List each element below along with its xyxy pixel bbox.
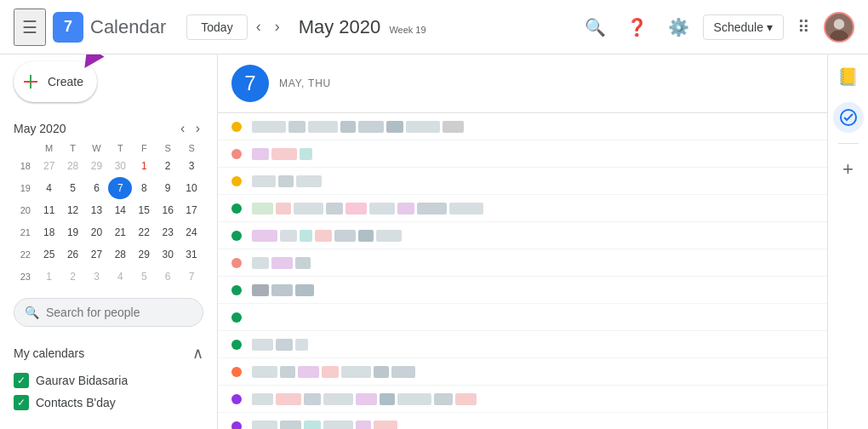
calendar-day-30[interactable]: 30 xyxy=(108,155,132,177)
mini-cal-prev-button[interactable]: ‹ xyxy=(177,119,188,138)
calendar-day-1[interactable]: 1 xyxy=(132,155,156,177)
calendar-day-9[interactable]: 9 xyxy=(156,177,180,199)
calendar-checkbox-gaurav[interactable]: ✓ xyxy=(14,373,29,388)
calendar-day-3[interactable]: 3 xyxy=(180,155,203,177)
help-button[interactable]: ❓ xyxy=(620,10,654,44)
calendar-day-25[interactable]: 25 xyxy=(37,243,61,266)
calendar-day-6[interactable]: 6 xyxy=(156,266,180,288)
today-button[interactable]: Today xyxy=(186,14,247,40)
user-avatar[interactable] xyxy=(824,12,854,43)
calendar-day-14[interactable]: 14 xyxy=(108,199,132,221)
calendar-day-21[interactable]: 21 xyxy=(108,221,132,243)
event-block xyxy=(376,230,402,242)
calendar-day-4[interactable]: 4 xyxy=(37,177,61,199)
event-block xyxy=(455,393,477,405)
mini-cal-next-button[interactable]: › xyxy=(192,119,203,138)
schedule-row[interactable] xyxy=(218,249,827,277)
calendar-day-27[interactable]: 27 xyxy=(37,155,61,177)
search-button[interactable]: 🔍 xyxy=(578,10,613,44)
settings-button[interactable]: ⚙️ xyxy=(661,10,696,44)
calendar-day-2[interactable]: 2 xyxy=(61,266,85,288)
schedule-row[interactable] xyxy=(218,113,827,140)
event-dot xyxy=(231,122,242,132)
apps-grid-button[interactable]: ⠿ xyxy=(791,10,817,44)
event-block xyxy=(434,393,453,405)
schedule-row[interactable] xyxy=(218,386,827,413)
event-block xyxy=(374,420,397,430)
calendar-day-22[interactable]: 22 xyxy=(132,221,156,243)
event-blocks xyxy=(252,148,814,160)
calendar-day-28[interactable]: 28 xyxy=(61,155,85,177)
schedule-row[interactable] xyxy=(218,304,827,331)
calendar-day-29[interactable]: 29 xyxy=(85,155,109,177)
event-block xyxy=(397,203,414,214)
view-selector-button[interactable]: Schedule ▾ xyxy=(703,14,784,40)
event-block xyxy=(356,420,371,430)
event-blocks xyxy=(252,284,814,296)
calendar-day-17[interactable]: 17 xyxy=(180,199,203,221)
next-period-button[interactable]: › xyxy=(270,13,285,41)
right-panel-add-button[interactable]: + xyxy=(833,154,864,185)
calendar-name-contacts: Contacts B'day xyxy=(36,396,116,409)
event-block xyxy=(298,366,319,378)
calendar-day-4[interactable]: 4 xyxy=(108,266,132,288)
calendar-day-5[interactable]: 5 xyxy=(61,177,85,199)
done-panel-button[interactable] xyxy=(833,102,864,133)
event-block xyxy=(322,366,339,378)
calendar-day-20[interactable]: 20 xyxy=(85,221,109,243)
hamburger-menu-button[interactable]: ☰ xyxy=(14,9,46,46)
calendar-day-26[interactable]: 26 xyxy=(61,243,85,266)
schedule-row[interactable] xyxy=(218,277,827,304)
week-badge: Week 19 xyxy=(389,25,425,35)
prev-period-button[interactable]: ‹ xyxy=(251,13,266,41)
calendar-day-31[interactable]: 31 xyxy=(180,243,203,266)
calendar-day-23[interactable]: 23 xyxy=(156,221,180,243)
calendar-day-18[interactable]: 18 xyxy=(37,221,61,243)
calendar-day-7[interactable]: 7 xyxy=(108,177,132,199)
calendar-day-10[interactable]: 10 xyxy=(180,177,203,199)
calendar-day-28[interactable]: 28 xyxy=(108,243,132,266)
nav-controls: Today ‹ › xyxy=(186,13,284,41)
calendar-item-contacts[interactable]: ✓ Contacts B'day xyxy=(14,392,203,414)
calendar-day-2[interactable]: 2 xyxy=(156,155,180,177)
calendar-day-7[interactable]: 7 xyxy=(180,266,203,288)
calendar-day-27[interactable]: 27 xyxy=(85,243,109,266)
schedule-row[interactable] xyxy=(218,168,827,195)
schedule-list xyxy=(218,113,827,429)
schedule-row[interactable] xyxy=(218,195,827,222)
schedule-row[interactable] xyxy=(218,358,827,386)
tasks-panel-button[interactable]: 📒 xyxy=(833,61,864,92)
event-block xyxy=(300,230,312,242)
current-period-label: May 2020 Week 19 xyxy=(299,16,426,38)
schedule-row[interactable] xyxy=(218,413,827,429)
calendar-checkbox-contacts[interactable]: ✓ xyxy=(14,395,29,410)
calendar-day-16[interactable]: 16 xyxy=(156,199,180,221)
my-calendars-toggle[interactable]: ∧ xyxy=(192,344,203,363)
calendar-item-gaurav[interactable]: ✓ Gaurav Bidasaria xyxy=(14,369,203,392)
event-dot xyxy=(231,340,242,350)
search-people-input[interactable]: 🔍 Search for people xyxy=(14,298,203,327)
main-layout: Create May 2020 ‹ › xyxy=(0,54,868,429)
check-icon: ✓ xyxy=(17,375,26,386)
calendar-day-8[interactable]: 8 xyxy=(132,177,156,199)
calendar-day-6[interactable]: 6 xyxy=(85,177,109,199)
calendar-day-30[interactable]: 30 xyxy=(156,243,180,266)
schedule-row[interactable] xyxy=(218,331,827,358)
calendar-day-24[interactable]: 24 xyxy=(180,221,203,243)
calendar-day-13[interactable]: 13 xyxy=(85,199,109,221)
calendar-day-29[interactable]: 29 xyxy=(132,243,156,266)
create-button[interactable]: Create xyxy=(14,61,97,102)
calendar-day-12[interactable]: 12 xyxy=(61,199,85,221)
calendar-day-11[interactable]: 11 xyxy=(37,199,61,221)
schedule-row[interactable] xyxy=(218,140,827,168)
schedule-row[interactable] xyxy=(218,222,827,249)
day-number: 7 xyxy=(231,65,269,102)
calendar-day-19[interactable]: 19 xyxy=(61,221,85,243)
event-block xyxy=(276,203,291,214)
calendar-day-3[interactable]: 3 xyxy=(85,266,109,288)
event-block xyxy=(271,148,297,160)
calendar-day-1[interactable]: 1 xyxy=(37,266,61,288)
calendar-day-5[interactable]: 5 xyxy=(132,266,156,288)
calendar-day-15[interactable]: 15 xyxy=(132,199,156,221)
event-block xyxy=(252,420,277,430)
